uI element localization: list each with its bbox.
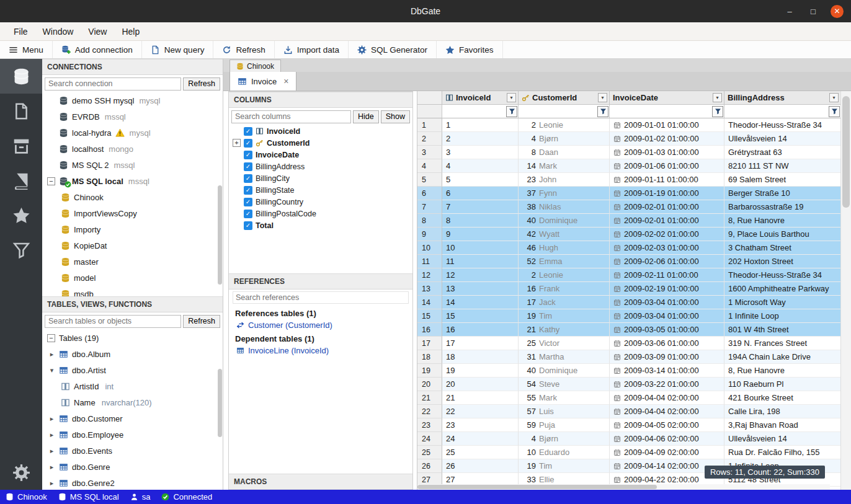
cell-billing-address[interactable]: Theodor-Heuss-Straße 34: [724, 118, 840, 132]
cell-invoice-date[interactable]: 2009-04-09 02:00:00: [610, 446, 724, 459]
rail-archive-button[interactable]: [0, 128, 42, 163]
column-list-item[interactable]: ✓Total: [229, 219, 412, 231]
rail-settings-button[interactable]: [0, 455, 42, 490]
database-item[interactable]: ImportViewsCopy: [42, 205, 223, 221]
expand-icon[interactable]: +: [233, 139, 241, 147]
horizontal-scrollbar[interactable]: [417, 484, 830, 490]
cell-invoice-id[interactable]: 19: [442, 364, 519, 378]
column-checkbox[interactable]: ✓: [244, 162, 252, 171]
cell-billing-address[interactable]: 69 Salem Street: [724, 173, 840, 187]
connection-item[interactable]: −MS SQL localmssql: [42, 173, 223, 189]
row-number[interactable]: 12: [417, 268, 442, 282]
column-checkbox[interactable]: ✓: [244, 186, 252, 195]
maximize-button[interactable]: □: [807, 7, 819, 16]
cell-invoice-date[interactable]: 2009-03-04 01:00:00: [610, 309, 724, 323]
row-number[interactable]: 23: [417, 418, 442, 432]
cell-billing-address[interactable]: 8210 111 ST NW: [724, 159, 840, 173]
cell-invoice-date[interactable]: 2009-02-19 01:00:00: [610, 282, 724, 296]
filter-input[interactable]: [519, 106, 597, 117]
reference-link[interactable]: Customer (CustomerId): [229, 319, 412, 331]
row-number[interactable]: 22: [417, 405, 442, 418]
cell-customer-id[interactable]: 54Steve: [519, 378, 610, 391]
cell-invoice-id[interactable]: 17: [442, 337, 519, 350]
row-number[interactable]: 14: [417, 296, 442, 309]
column-list-item[interactable]: +✓CustomerId: [229, 137, 412, 149]
column-checkbox[interactable]: ✓: [244, 221, 252, 230]
cell-invoice-date[interactable]: 2009-01-03 01:00:00: [610, 146, 724, 159]
column-list-item[interactable]: ✓BillingPostalCode: [229, 208, 412, 219]
rail-favorites-button[interactable]: [0, 198, 42, 232]
cell-customer-id[interactable]: 52Emma: [519, 255, 610, 268]
cell-invoice-id[interactable]: 3: [442, 146, 519, 159]
cell-customer-id[interactable]: 19Tim: [519, 309, 610, 323]
vertical-scrollbar[interactable]: [840, 91, 851, 490]
cell-invoice-id[interactable]: 12: [442, 268, 519, 282]
hide-button[interactable]: Hide: [353, 110, 379, 123]
chevron-right-icon[interactable]: ▸: [48, 415, 55, 423]
filter-cell[interactable]: [724, 105, 840, 118]
toolbar-add-connection[interactable]: Add connection: [53, 41, 142, 58]
grid-column-header[interactable]: InvoiceId▾: [442, 91, 519, 105]
cell-billing-address[interactable]: Calle Lira, 198: [724, 405, 840, 418]
cell-billing-address[interactable]: Ullevålsveien 14: [724, 432, 840, 446]
cell-customer-id[interactable]: 59Puja: [519, 418, 610, 432]
cell-customer-id[interactable]: 8Daan: [519, 146, 610, 159]
tables-group[interactable]: −Tables (19): [42, 330, 223, 346]
column-menu-button[interactable]: ▾: [829, 93, 839, 102]
cell-invoice-id[interactable]: 26: [442, 459, 519, 473]
cell-customer-id[interactable]: 4Bjørn: [519, 432, 610, 446]
cell-invoice-date[interactable]: 2009-02-02 01:00:00: [610, 228, 724, 241]
row-number[interactable]: 17: [417, 337, 442, 350]
table-item[interactable]: ▸dbo.Genre: [42, 459, 223, 475]
table-item[interactable]: ▾dbo.Artist: [42, 362, 223, 378]
column-list-item[interactable]: ✓BillingState: [229, 184, 412, 196]
cell-customer-id[interactable]: 38Niklas: [519, 200, 610, 214]
reference-link[interactable]: InvoiceLine (InvoiceId): [229, 345, 412, 356]
grid-column-header[interactable]: InvoiceDate▾: [610, 91, 724, 105]
database-item[interactable]: master: [42, 254, 223, 270]
chevron-right-icon[interactable]: ▸: [48, 463, 55, 471]
row-number[interactable]: 18: [417, 350, 442, 364]
row-number[interactable]: 8: [417, 214, 442, 228]
filter-input[interactable]: [443, 106, 506, 117]
database-item[interactable]: KopieDat: [42, 237, 223, 254]
row-number[interactable]: 16: [417, 323, 442, 337]
column-checkbox[interactable]: ✓: [244, 174, 252, 183]
filter-input[interactable]: [725, 106, 829, 117]
statusbar-database[interactable]: Chinook: [6, 492, 47, 502]
cell-invoice-id[interactable]: 16: [442, 323, 519, 337]
column-checkbox[interactable]: ✓: [244, 127, 252, 136]
cell-invoice-date[interactable]: 2009-01-02 01:00:00: [610, 132, 724, 146]
chevron-right-icon[interactable]: ▸: [48, 479, 55, 487]
column-list-item[interactable]: ✓BillingAddress: [229, 161, 412, 172]
chevron-right-icon[interactable]: ▸: [48, 447, 55, 455]
cell-customer-id[interactable]: 16Frank: [519, 282, 610, 296]
cell-customer-id[interactable]: 10Eduardo: [519, 446, 610, 459]
row-number[interactable]: 1: [417, 118, 442, 132]
row-number[interactable]: 20: [417, 378, 442, 391]
filter-button[interactable]: [712, 106, 723, 117]
cell-invoice-date[interactable]: 2009-02-01 01:00:00: [610, 214, 724, 228]
cell-invoice-id[interactable]: 8: [442, 214, 519, 228]
column-list-item[interactable]: ✓InvoiceId: [229, 125, 412, 137]
cell-customer-id[interactable]: 23John: [519, 173, 610, 187]
connection-item[interactable]: local-hydramysql: [42, 125, 223, 141]
cell-invoice-date[interactable]: 2009-01-11 01:00:00: [610, 173, 724, 187]
cell-customer-id[interactable]: 2Leonie: [519, 118, 610, 132]
chevron-right-icon[interactable]: ▸: [48, 350, 55, 358]
cell-invoice-id[interactable]: 15: [442, 309, 519, 323]
chevron-down-icon[interactable]: ▾: [48, 366, 55, 374]
cell-invoice-id[interactable]: 11: [442, 255, 519, 268]
rail-filter-button[interactable]: [0, 232, 42, 267]
cell-billing-address[interactable]: 319 N. Frances Street: [724, 337, 840, 350]
table-item[interactable]: ▸dbo.Customer: [42, 410, 223, 427]
rail-book-button[interactable]: [0, 163, 42, 198]
statusbar-user[interactable]: sa: [130, 492, 151, 502]
row-number[interactable]: 21: [417, 391, 442, 405]
filter-button[interactable]: [506, 106, 517, 117]
filter-button[interactable]: [829, 106, 840, 117]
cell-billing-address[interactable]: 1 Microsoft Way: [724, 296, 840, 309]
cell-invoice-id[interactable]: 7: [442, 200, 519, 214]
cell-billing-address[interactable]: 110 Raeburn Pl: [724, 378, 840, 391]
scrollbar-thumb[interactable]: [417, 485, 657, 489]
